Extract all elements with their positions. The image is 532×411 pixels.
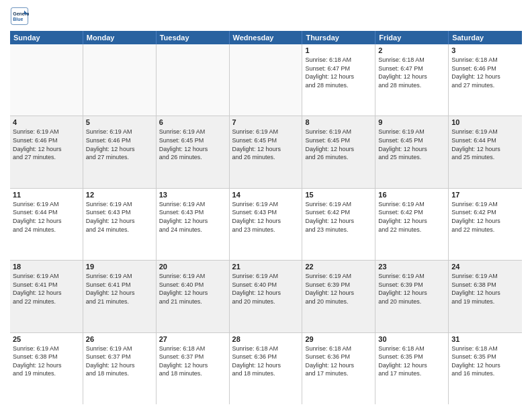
cal-cell-8: 8Sunrise: 6:19 AMSunset: 6:45 PMDaylight… — [302, 116, 375, 187]
day-number: 15 — [305, 191, 372, 199]
day-number: 4 — [13, 118, 80, 126]
cal-cell-5: 5Sunrise: 6:19 AMSunset: 6:46 PMDaylight… — [83, 116, 157, 187]
cell-info: Sunrise: 6:19 AMSunset: 6:42 PMDaylight:… — [451, 200, 519, 234]
cell-info: Sunrise: 6:18 AMSunset: 6:46 PMDaylight:… — [451, 56, 519, 89]
cal-cell-21: 21Sunrise: 6:19 AMSunset: 6:40 PMDayligh… — [230, 261, 303, 332]
cal-cell-20: 20Sunrise: 6:19 AMSunset: 6:40 PMDayligh… — [157, 261, 230, 332]
cal-week-5: 25Sunrise: 6:19 AMSunset: 6:38 PMDayligh… — [10, 333, 522, 404]
day-number: 3 — [451, 46, 519, 54]
cal-cell-empty — [83, 44, 157, 116]
cal-cell-25: 25Sunrise: 6:19 AMSunset: 6:38 PMDayligh… — [10, 333, 83, 404]
cal-header-sunday: Sunday — [10, 31, 83, 44]
day-number: 31 — [451, 335, 519, 343]
cal-header-wednesday: Wednesday — [230, 31, 303, 44]
cal-cell-2: 2Sunrise: 6:18 AMSunset: 6:47 PMDaylight… — [375, 44, 449, 116]
cell-info: Sunrise: 6:18 AMSunset: 6:47 PMDaylight:… — [305, 56, 372, 89]
cal-week-2: 4Sunrise: 6:19 AMSunset: 6:46 PMDaylight… — [10, 116, 522, 188]
cal-header-thursday: Thursday — [302, 31, 375, 44]
cell-info: Sunrise: 6:19 AMSunset: 6:44 PMDaylight:… — [451, 128, 519, 161]
cell-info: Sunrise: 6:18 AMSunset: 6:36 PMDaylight:… — [305, 345, 372, 378]
cal-cell-10: 10Sunrise: 6:19 AMSunset: 6:44 PMDayligh… — [449, 116, 522, 187]
day-number: 19 — [86, 263, 153, 271]
cell-info: Sunrise: 6:19 AMSunset: 6:43 PMDaylight:… — [86, 200, 153, 234]
day-number: 23 — [378, 263, 445, 271]
cal-cell-6: 6Sunrise: 6:19 AMSunset: 6:45 PMDaylight… — [157, 116, 230, 187]
cell-info: Sunrise: 6:19 AMSunset: 6:42 PMDaylight:… — [305, 200, 372, 234]
cal-cell-11: 11Sunrise: 6:19 AMSunset: 6:44 PMDayligh… — [10, 189, 83, 260]
day-number: 9 — [378, 118, 445, 126]
svg-text:Blue: Blue — [13, 17, 23, 21]
cal-cell-24: 24Sunrise: 6:19 AMSunset: 6:38 PMDayligh… — [449, 261, 522, 332]
cell-info: Sunrise: 6:19 AMSunset: 6:40 PMDaylight:… — [232, 272, 300, 306]
day-number: 16 — [378, 191, 445, 199]
cell-info: Sunrise: 6:19 AMSunset: 6:39 PMDaylight:… — [305, 272, 372, 306]
cell-info: Sunrise: 6:19 AMSunset: 6:42 PMDaylight:… — [378, 200, 445, 234]
cal-cell-23: 23Sunrise: 6:19 AMSunset: 6:39 PMDayligh… — [375, 261, 449, 332]
day-number: 27 — [159, 335, 226, 343]
day-number: 13 — [159, 191, 226, 199]
cal-header-saturday: Saturday — [449, 31, 522, 44]
cell-info: Sunrise: 6:18 AMSunset: 6:35 PMDaylight:… — [378, 345, 445, 378]
cell-info: Sunrise: 6:19 AMSunset: 6:45 PMDaylight:… — [305, 128, 372, 161]
cal-cell-29: 29Sunrise: 6:18 AMSunset: 6:36 PMDayligh… — [302, 333, 375, 404]
day-number: 29 — [305, 335, 372, 343]
day-number: 7 — [232, 118, 300, 126]
cal-cell-26: 26Sunrise: 6:19 AMSunset: 6:37 PMDayligh… — [83, 333, 157, 404]
cal-header-friday: Friday — [375, 31, 449, 44]
cal-week-1: 1Sunrise: 6:18 AMSunset: 6:47 PMDaylight… — [10, 44, 522, 116]
cal-week-3: 11Sunrise: 6:19 AMSunset: 6:44 PMDayligh… — [10, 189, 522, 261]
header: General Blue — [10, 7, 522, 26]
cal-cell-16: 16Sunrise: 6:19 AMSunset: 6:42 PMDayligh… — [375, 189, 449, 260]
calendar-body: 1Sunrise: 6:18 AMSunset: 6:47 PMDaylight… — [10, 44, 522, 404]
cell-info: Sunrise: 6:19 AMSunset: 6:45 PMDaylight:… — [232, 128, 300, 161]
calendar-header: SundayMondayTuesdayWednesdayThursdayFrid… — [10, 31, 522, 44]
cal-cell-31: 31Sunrise: 6:18 AMSunset: 6:35 PMDayligh… — [449, 333, 522, 404]
cell-info: Sunrise: 6:19 AMSunset: 6:45 PMDaylight:… — [378, 128, 445, 161]
logo: General Blue — [10, 7, 32, 26]
day-number: 12 — [86, 191, 153, 199]
cell-info: Sunrise: 6:19 AMSunset: 6:43 PMDaylight:… — [159, 200, 226, 234]
cal-cell-19: 19Sunrise: 6:19 AMSunset: 6:41 PMDayligh… — [83, 261, 157, 332]
logo-icon: General Blue — [10, 7, 29, 26]
cal-cell-13: 13Sunrise: 6:19 AMSunset: 6:43 PMDayligh… — [157, 189, 230, 260]
cal-cell-30: 30Sunrise: 6:18 AMSunset: 6:35 PMDayligh… — [375, 333, 449, 404]
cell-info: Sunrise: 6:19 AMSunset: 6:38 PMDaylight:… — [451, 272, 519, 306]
cal-cell-empty — [230, 44, 303, 116]
cell-info: Sunrise: 6:19 AMSunset: 6:38 PMDaylight:… — [13, 345, 80, 378]
cell-info: Sunrise: 6:19 AMSunset: 6:43 PMDaylight:… — [232, 200, 300, 234]
calendar: SundayMondayTuesdayWednesdayThursdayFrid… — [10, 31, 522, 404]
cal-cell-empty — [157, 44, 230, 116]
day-number: 28 — [232, 335, 300, 343]
cal-cell-17: 17Sunrise: 6:19 AMSunset: 6:42 PMDayligh… — [449, 189, 522, 260]
cal-cell-18: 18Sunrise: 6:19 AMSunset: 6:41 PMDayligh… — [10, 261, 83, 332]
cell-info: Sunrise: 6:19 AMSunset: 6:46 PMDaylight:… — [13, 128, 80, 161]
cal-cell-27: 27Sunrise: 6:18 AMSunset: 6:37 PMDayligh… — [157, 333, 230, 404]
cell-info: Sunrise: 6:18 AMSunset: 6:47 PMDaylight:… — [378, 56, 445, 89]
cal-cell-empty — [10, 44, 83, 116]
cal-cell-28: 28Sunrise: 6:18 AMSunset: 6:36 PMDayligh… — [230, 333, 303, 404]
day-number: 24 — [451, 263, 519, 271]
day-number: 5 — [86, 118, 153, 126]
day-number: 22 — [305, 263, 372, 271]
cal-cell-15: 15Sunrise: 6:19 AMSunset: 6:42 PMDayligh… — [302, 189, 375, 260]
svg-rect-0 — [11, 7, 28, 24]
cell-info: Sunrise: 6:19 AMSunset: 6:37 PMDaylight:… — [86, 345, 153, 378]
cell-info: Sunrise: 6:18 AMSunset: 6:36 PMDaylight:… — [232, 345, 300, 378]
day-number: 17 — [451, 191, 519, 199]
day-number: 18 — [13, 263, 80, 271]
cal-cell-1: 1Sunrise: 6:18 AMSunset: 6:47 PMDaylight… — [302, 44, 375, 116]
cal-cell-14: 14Sunrise: 6:19 AMSunset: 6:43 PMDayligh… — [230, 189, 303, 260]
cal-cell-22: 22Sunrise: 6:19 AMSunset: 6:39 PMDayligh… — [302, 261, 375, 332]
cell-info: Sunrise: 6:18 AMSunset: 6:35 PMDaylight:… — [451, 345, 519, 378]
day-number: 20 — [159, 263, 226, 271]
cal-cell-7: 7Sunrise: 6:19 AMSunset: 6:45 PMDaylight… — [230, 116, 303, 187]
cal-header-monday: Monday — [83, 31, 157, 44]
cal-cell-9: 9Sunrise: 6:19 AMSunset: 6:45 PMDaylight… — [375, 116, 449, 187]
day-number: 14 — [232, 191, 300, 199]
page: General Blue SundayMondayTuesdayWednesda… — [0, 0, 532, 411]
cal-cell-4: 4Sunrise: 6:19 AMSunset: 6:46 PMDaylight… — [10, 116, 83, 187]
day-number: 11 — [13, 191, 80, 199]
cell-info: Sunrise: 6:19 AMSunset: 6:39 PMDaylight:… — [378, 272, 445, 306]
day-number: 2 — [378, 46, 445, 54]
day-number: 25 — [13, 335, 80, 343]
